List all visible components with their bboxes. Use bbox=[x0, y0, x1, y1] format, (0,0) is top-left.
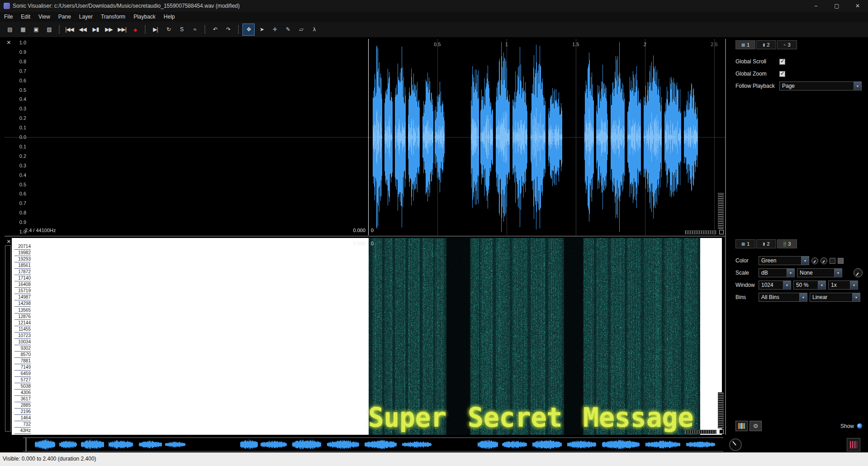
app-icon bbox=[4, 3, 10, 9]
menu-pane[interactable]: Pane bbox=[54, 12, 75, 22]
gain-knob[interactable] bbox=[821, 257, 827, 264]
follow-playback-dropdown[interactable]: Page bbox=[779, 81, 862, 90]
frequency-scale-label: 4306 bbox=[14, 390, 31, 396]
waveform-view[interactable] bbox=[5, 39, 725, 235]
frequency-scale-label: 9302 bbox=[14, 346, 31, 352]
layer-palette-button[interactable] bbox=[735, 421, 748, 431]
bin-display-dropdown[interactable]: All Bins bbox=[759, 293, 807, 302]
chevron-down-icon bbox=[854, 82, 861, 90]
frequency-scale-label: 10723 bbox=[14, 333, 31, 339]
normalization-dropdown[interactable]: None bbox=[797, 268, 842, 277]
playback-level-button[interactable] bbox=[847, 438, 860, 452]
menu-edit[interactable]: Edit bbox=[17, 12, 34, 22]
layer-type-icon: ▮ bbox=[763, 242, 765, 246]
pane-splitter[interactable] bbox=[725, 39, 726, 435]
navigate-tool-button[interactable]: ✥ bbox=[242, 24, 255, 36]
menu-view[interactable]: View bbox=[34, 12, 54, 22]
global-scroll-label: Global Scroll bbox=[735, 58, 777, 65]
menu-playback[interactable]: Playback bbox=[129, 12, 160, 22]
spectrogram-view[interactable] bbox=[12, 238, 722, 435]
menu-help[interactable]: Help bbox=[160, 12, 179, 22]
vertical-zoom-wheel[interactable] bbox=[718, 392, 724, 428]
cursor-frame-label: 0 bbox=[371, 241, 374, 246]
pane1-close-button[interactable]: ✕ bbox=[5, 39, 12, 46]
separator bbox=[204, 25, 205, 34]
align-button[interactable]: ≈ bbox=[189, 24, 201, 36]
playback-speed-dial[interactable] bbox=[729, 438, 742, 451]
undo-button[interactable]: ↶ bbox=[209, 24, 221, 36]
layer-tab-2[interactable]: ▮2 bbox=[756, 239, 776, 248]
pane-tab-2[interactable]: ▮2 bbox=[756, 40, 776, 49]
redo-button[interactable]: ↷ bbox=[222, 24, 234, 36]
layer-tab-number: 1 bbox=[747, 241, 749, 247]
color-dropdown[interactable]: Green bbox=[759, 256, 809, 265]
close-button[interactable]: ✕ bbox=[847, 0, 868, 12]
amplitude-scale-label: 0.4 bbox=[14, 172, 26, 178]
rewind-start-button[interactable]: |◀◀ bbox=[63, 24, 76, 36]
show-led[interactable] bbox=[857, 423, 863, 429]
select-tool-button[interactable]: ➤ bbox=[256, 24, 268, 36]
menu-transform[interactable]: Transform bbox=[97, 12, 129, 22]
pane-tab-3[interactable]: ≈3 bbox=[777, 40, 797, 49]
horizontal-zoom-wheel[interactable] bbox=[685, 230, 716, 234]
window-overlap-dropdown[interactable]: 50 % bbox=[793, 281, 826, 290]
fast-forward-button[interactable]: ▶▶ bbox=[103, 24, 115, 36]
pane-splitter[interactable] bbox=[5, 236, 725, 237]
fader-icon bbox=[850, 441, 857, 448]
layer-tab-number: 3 bbox=[788, 241, 791, 247]
vertical-zoom-wheel[interactable] bbox=[718, 193, 724, 229]
pane-resize-handle[interactable] bbox=[719, 429, 724, 434]
toolbar-icon: ↻ bbox=[166, 26, 171, 33]
horizontal-zoom-wheel[interactable] bbox=[685, 430, 716, 434]
new-session-button[interactable]: ▤ bbox=[4, 24, 16, 36]
record-button[interactable]: ● bbox=[129, 24, 141, 36]
maximize-button[interactable]: ▢ bbox=[826, 0, 847, 12]
erase-tool-button[interactable]: ▱ bbox=[295, 24, 307, 36]
chevron-down-icon bbox=[787, 269, 794, 277]
pane-tab-number: 1 bbox=[747, 42, 749, 48]
menu-file[interactable]: File bbox=[0, 12, 17, 22]
scale-dropdown[interactable]: dB bbox=[759, 268, 795, 277]
colour-rotate-knob[interactable] bbox=[811, 257, 818, 264]
chevron-down-icon bbox=[799, 293, 807, 301]
layer-tab-3[interactable]: ▒3 bbox=[777, 239, 797, 248]
bin-scale-dropdown[interactable]: Linear bbox=[810, 293, 860, 302]
menu-layer[interactable]: Layer bbox=[75, 12, 97, 22]
layer-settings-button[interactable]: ⚙ bbox=[749, 421, 762, 431]
minimize-button[interactable]: – bbox=[806, 0, 826, 12]
frequency-scale-label: 43Hz bbox=[14, 428, 31, 434]
solo-button[interactable]: S bbox=[175, 24, 188, 36]
rewind-button[interactable]: ◀◀ bbox=[76, 24, 89, 36]
forward-end-button[interactable]: ▶▶| bbox=[116, 24, 128, 36]
frequency-scale-label: 17872 bbox=[14, 269, 31, 275]
spectrogram-pane: ✕ 20714199821929318561178721714016408157… bbox=[5, 238, 725, 435]
amplitude-scale-label: 0.8 bbox=[14, 210, 26, 215]
loop-button[interactable]: ↻ bbox=[162, 24, 175, 36]
save-button[interactable]: ▣ bbox=[30, 24, 42, 36]
play-selection-button[interactable]: ▶| bbox=[149, 24, 161, 36]
oversampling-dropdown[interactable]: 1x bbox=[828, 281, 858, 290]
window-size-dropdown[interactable]: 1024 bbox=[759, 281, 791, 290]
layer-tab-1[interactable]: ▦1 bbox=[735, 239, 755, 248]
overview-strip bbox=[5, 437, 725, 452]
pane-tab-1[interactable]: ▦1 bbox=[735, 40, 755, 49]
pane2-close-button[interactable]: ✕ bbox=[5, 238, 12, 245]
opaque-button[interactable] bbox=[838, 258, 844, 264]
play-pause-button[interactable]: ▶▮ bbox=[90, 24, 102, 36]
global-zoom-checkbox[interactable] bbox=[779, 71, 785, 77]
frequency-scale-label: 16408 bbox=[14, 282, 31, 288]
invert-colormap-button[interactable] bbox=[830, 258, 835, 264]
toolbar-icon: ▶▶| bbox=[118, 26, 126, 33]
pane-resize-handle[interactable] bbox=[719, 230, 724, 234]
threshold-knob[interactable] bbox=[854, 268, 863, 277]
amplitude-scale-label: 0.7 bbox=[14, 200, 26, 206]
cursor-time-label: 0.000 bbox=[343, 228, 365, 233]
open-button[interactable]: ▦ bbox=[17, 24, 29, 36]
draw-tool-button[interactable]: ✎ bbox=[282, 24, 294, 36]
measure-tool-button[interactable]: λ bbox=[308, 24, 320, 36]
edit-tool-button[interactable]: ✛ bbox=[269, 24, 281, 36]
global-scroll-checkbox[interactable] bbox=[779, 59, 785, 65]
overview-waveform[interactable] bbox=[23, 437, 723, 452]
export-button[interactable]: ▨ bbox=[43, 24, 55, 36]
waveform-pane: ✕ 1.00.90.80.70.60.50.40.30.20.10.00.10.… bbox=[5, 39, 725, 235]
